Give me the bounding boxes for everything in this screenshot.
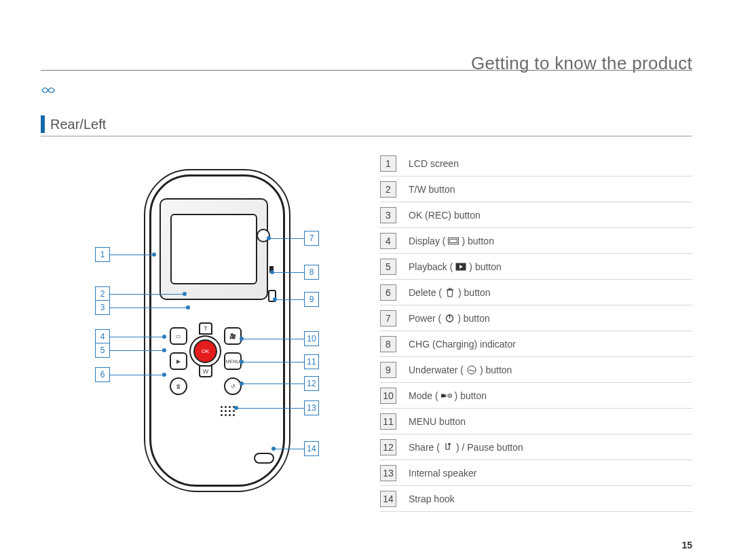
ok-rec-button: OK [193, 339, 217, 363]
legend-row-14: 14Strap hook [380, 486, 692, 512]
page-number: 15 [681, 540, 692, 550]
decorative-leaf-icon [41, 84, 56, 100]
callout-lead [110, 375, 164, 375]
callout-3: 3 [95, 300, 188, 315]
legend-number: 9 [380, 362, 396, 378]
svg-rect-1 [450, 239, 457, 242]
legend-row-7: 7Power () button [380, 305, 692, 331]
callout-lead [274, 449, 304, 449]
legend-row-11: 11MENU button [380, 409, 692, 434]
callout-lead [242, 339, 304, 339]
legend-number: 10 [380, 388, 396, 404]
callout-lead [110, 255, 154, 255]
legend-number: 4 [380, 233, 396, 249]
legend-text: OK (REC) button [409, 210, 481, 221]
legend-number: 6 [380, 284, 396, 301]
legend-row-13: 13Internal speaker [380, 460, 692, 486]
callout-11: 11 [242, 354, 319, 369]
share-icon [443, 443, 453, 452]
callout-13: 13 [236, 400, 319, 415]
legend-number: 12 [380, 439, 396, 455]
zoom-w-button: W [199, 365, 212, 377]
legend-text: Power () button [409, 313, 490, 324]
playback-button: ▶ [170, 352, 187, 370]
callout-1: 1 [95, 247, 154, 262]
svg-marker-8 [445, 394, 446, 397]
legend-text: Delete () button [409, 287, 491, 298]
callout-number: 11 [304, 354, 319, 369]
legend-row-8: 8CHG (Charging) indicator [380, 331, 692, 357]
legend-text: CHG (Charging) indicator [409, 339, 516, 350]
legend-text: Playback () button [409, 261, 502, 272]
trash-icon [445, 288, 455, 297]
callout-number: 13 [304, 400, 319, 415]
callout-2: 2 [95, 286, 185, 301]
section-subtitle: Rear/Left [50, 117, 106, 132]
legend-row-3: 3OK (REC) button [380, 202, 692, 228]
callout-number: 12 [304, 376, 319, 391]
legend-text: Internal speaker [409, 468, 476, 479]
mode-icon: / [441, 391, 452, 400]
callout-lead [275, 299, 304, 300]
divider-sub [41, 136, 692, 136]
section-subhead: Rear/Left [41, 115, 106, 133]
svg-point-6 [468, 366, 476, 374]
legend-row-12: 12Share () / Pause button [380, 434, 692, 460]
callout-8: 8 [272, 265, 319, 280]
callout-number: 6 [95, 367, 110, 382]
legend-number: 5 [380, 259, 396, 275]
callout-4: 4 [95, 329, 164, 344]
legend-row-5: 5Playback () button [380, 254, 692, 280]
legend-text: Mode (/) button [409, 390, 487, 401]
legend-text: Share () / Pause button [409, 442, 523, 453]
callout-lead [242, 362, 304, 362]
callout-number: 3 [95, 300, 110, 315]
callout-lead [110, 350, 164, 351]
legend-number: 8 [380, 336, 396, 352]
legend-text: T/W button [409, 184, 455, 195]
callout-14: 14 [274, 441, 319, 456]
callout-number: 1 [95, 247, 110, 262]
legend-row-2: 2T/W button [380, 176, 692, 202]
callout-9: 9 [275, 292, 319, 307]
mode-button: 🎥 [224, 327, 242, 345]
legend-text: Display () button [409, 236, 494, 246]
legend-number: 11 [380, 413, 396, 430]
play-icon [455, 262, 466, 272]
divider-top [41, 70, 692, 71]
legend-number: 2 [380, 181, 396, 198]
legend-row-4: 4Display () button [380, 228, 692, 254]
legend-text: MENU button [409, 416, 466, 427]
callout-number: 2 [95, 286, 110, 301]
legend-row-6: 6Delete () button [380, 280, 692, 305]
callout-5: 5 [95, 343, 164, 358]
power-icon [444, 314, 455, 323]
callout-lead [236, 408, 304, 409]
section-bar [41, 115, 45, 133]
callout-number: 5 [95, 343, 110, 358]
callout-7: 7 [269, 231, 319, 246]
svg-rect-7 [441, 394, 445, 397]
strap-hook [254, 453, 274, 464]
callout-lead [110, 294, 185, 295]
page-title: Getting to know the product [471, 53, 692, 74]
legend-number: 7 [380, 310, 396, 326]
callout-lead [242, 384, 304, 384]
legend-row-9: 9Underwater () button [380, 357, 692, 383]
callout-12: 12 [242, 376, 319, 391]
legend-text: Strap hook [409, 493, 455, 504]
callout-6: 6 [95, 367, 164, 382]
lcd-screen [159, 198, 268, 300]
zoom-t-button: T [199, 322, 212, 335]
callout-lead [110, 307, 188, 308]
legend-table: 1LCD screen2T/W button3OK (REC) button4D… [380, 151, 692, 512]
legend-number: 1 [380, 155, 396, 172]
product-diagram: T OK W ▭ ▶ 🎥 MENU 🗑 ↺ 123456 78910111213… [85, 157, 329, 500]
water-icon [466, 365, 477, 375]
callout-number: 8 [304, 265, 319, 280]
legend-text: LCD screen [409, 158, 459, 169]
legend-number: 13 [380, 465, 396, 481]
share-pause-button: ↺ [224, 377, 242, 395]
display-button: ▭ [170, 327, 187, 345]
callout-number: 10 [304, 331, 319, 346]
